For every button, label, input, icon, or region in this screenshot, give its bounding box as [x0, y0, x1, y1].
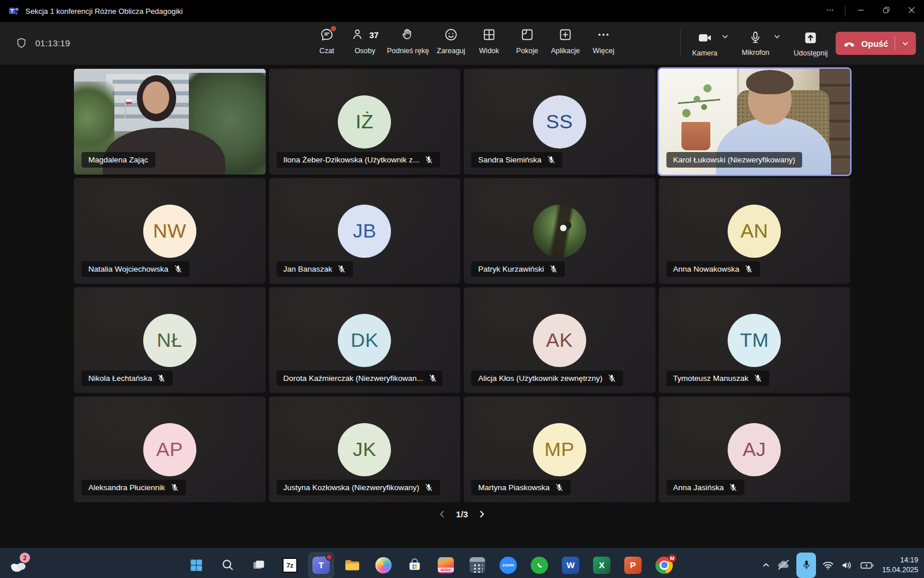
taskbar-app-start[interactable]: [184, 553, 209, 578]
participant-tile[interactable]: Magdalena Zając: [74, 69, 266, 175]
people-icon: [351, 27, 366, 44]
avatar-initials: JK: [353, 438, 377, 461]
mic-active-indicator[interactable]: [796, 553, 816, 578]
avatar: DK: [338, 314, 391, 367]
participant-tile[interactable]: JB Jan Banaszak: [269, 178, 461, 284]
avatar-initials: SS: [546, 110, 573, 133]
previous-page-chevron-icon[interactable]: [438, 510, 446, 518]
wifi-icon[interactable]: [821, 558, 835, 572]
toolbar-button-label: Podnieś rękę: [387, 47, 429, 55]
toolbar-button-pokoje[interactable]: Pokoje: [508, 26, 546, 56]
toolbar-button-label: Widok: [479, 47, 500, 55]
toolbar-button-aplikacje[interactable]: Aplikacje: [546, 26, 584, 56]
share-button[interactable]: Udostępnij: [793, 30, 828, 57]
window-title: Sekcja 1 konferencji Różne Oblicza Pedag…: [25, 7, 182, 16]
taskbar-app-excel[interactable]: X: [589, 553, 614, 578]
participant-name: Patryk Kurzawiński: [478, 265, 544, 273]
mic-off-icon: [549, 265, 558, 273]
mic-off-icon: [608, 374, 616, 383]
participant-tile[interactable]: IŻ Ilona Żeber-Dzikowska (Użytkownik z..…: [269, 69, 461, 175]
taskbar-app-explorer[interactable]: [340, 553, 365, 578]
participant-tile[interactable]: NW Natalia Wojciechowska: [74, 178, 266, 284]
mic-off-icon: [555, 483, 564, 492]
mic-options-chevron-icon[interactable]: [773, 33, 781, 40]
toolbar-button-label: Osoby: [355, 47, 375, 55]
participant-chip: Natalia Wojciechowska: [81, 261, 189, 277]
toolbar-button-label: Pokoje: [516, 47, 538, 55]
mic-off-icon: [729, 483, 737, 492]
toolbar-button-podnies-reke[interactable]: Podnieś rękę: [384, 26, 432, 56]
toolbar-button-widok[interactable]: Widok: [470, 26, 508, 56]
mic-button[interactable]: Mikrofon: [742, 30, 769, 57]
participant-chip: Jan Banaszak: [277, 261, 353, 277]
taskbar-app-search[interactable]: [215, 553, 240, 578]
minimize-button[interactable]: [848, 0, 873, 22]
taskbar-clock[interactable]: 14:19 15.04.2025: [882, 555, 918, 575]
titlebar-more-button[interactable]: [817, 0, 843, 22]
share-icon: [803, 30, 818, 46]
taskbar-app-zoom[interactable]: zoom: [495, 553, 521, 578]
mic-off-icon: [170, 483, 179, 492]
apps-icon: [558, 27, 573, 44]
page-indicator: 1/3: [456, 509, 468, 519]
hangup-phone-icon: [843, 37, 856, 50]
leave-options-chevron-icon[interactable]: [901, 40, 909, 47]
weather-badge: 2: [20, 553, 30, 563]
battery-icon[interactable]: [859, 558, 875, 572]
weather-widget[interactable]: 2: [8, 557, 29, 573]
taskbar-app-calculator[interactable]: [464, 553, 490, 578]
avatar-initials: DK: [351, 329, 378, 351]
participant-tile[interactable]: SS Sandra Siemińska: [464, 69, 655, 175]
mic-off-icon: [547, 155, 556, 164]
participant-tile[interactable]: AN Anna Nowakowska: [659, 178, 851, 284]
participant-name: Alicja Kłos (Użytkownik zewnętrzny): [478, 374, 602, 383]
onedrive-offline-icon[interactable]: [776, 557, 791, 573]
participant-chip: Karol Łukowski (Niezweryfikowany): [666, 152, 803, 168]
close-button[interactable]: [899, 0, 924, 22]
avatar-initials: JB: [353, 220, 377, 242]
leave-button[interactable]: Opuść: [836, 32, 916, 55]
participant-tile[interactable]: MP Martyna Piaskowska: [464, 397, 655, 502]
participant-name: Sandra Siemińska: [478, 155, 542, 164]
next-page-chevron-icon[interactable]: [478, 510, 486, 518]
taskbar-app-sevenzip[interactable]: 7z: [277, 553, 303, 578]
participant-tile[interactable]: NŁ Nikola Łechtańska: [74, 287, 266, 393]
camera-options-chevron-icon[interactable]: [721, 33, 729, 40]
taskbar-app-store[interactable]: [402, 553, 427, 578]
taskbar-app-word[interactable]: W: [558, 553, 583, 578]
participant-name: Aleksandra Płuciennik: [88, 483, 165, 492]
titlebar-divider: [845, 5, 845, 17]
tray-expand-chevron-icon[interactable]: [762, 561, 770, 569]
hand-icon: [400, 27, 415, 44]
teams-notification-dot: [326, 554, 333, 561]
participant-tile[interactable]: DK Dorota Kaźmierczak (Niezweryfikowan..…: [269, 287, 461, 393]
participant-tile[interactable]: AJ Anna Jasińska: [659, 397, 851, 502]
camera-button[interactable]: Kamera: [692, 30, 718, 57]
avatar: TM: [728, 314, 781, 367]
taskbar-app-chrome[interactable]: M: [651, 553, 677, 578]
participant-tile[interactable]: Karol Łukowski (Niezweryfikowany): [659, 69, 851, 175]
meeting-toolbar: 01:13:19 Czat 37 Osoby Podnieś rękę Zare…: [0, 22, 924, 65]
volume-icon[interactable]: [840, 558, 854, 572]
taskbar-app-candy[interactable]: BODA: [433, 553, 459, 578]
toolbar-button-osoby[interactable]: 37 Osoby: [346, 26, 384, 56]
restore-button[interactable]: [873, 0, 899, 22]
participant-tile[interactable]: TM Tymoteusz Manuszak: [659, 287, 851, 393]
taskbar-app-taskview[interactable]: [246, 553, 271, 578]
participant-chip: Magdalena Zając: [81, 152, 155, 168]
toolbar-button-zareaguj[interactable]: Zareaguj: [432, 26, 470, 56]
mic-off-icon: [429, 374, 437, 383]
participant-tile[interactable]: Patryk Kurzawiński: [464, 178, 655, 284]
shield-icon: [15, 37, 28, 50]
participant-chip: Dorota Kaźmierczak (Niezweryfikowan...: [277, 370, 443, 386]
toolbar-button-wiecej[interactable]: Więcej: [584, 26, 623, 56]
participant-tile[interactable]: AK Alicja Kłos (Użytkownik zewnętrzny): [464, 287, 655, 393]
taskbar-app-teams[interactable]: T: [308, 553, 334, 578]
participant-chip: Justyna Kozłowska (Niezweryfikowany): [277, 480, 441, 495]
participant-tile[interactable]: AP Aleksandra Płuciennik: [74, 397, 266, 502]
toolbar-button-czat[interactable]: Czat: [308, 26, 346, 56]
taskbar-app-whatsapp[interactable]: [527, 553, 552, 578]
participant-tile[interactable]: JK Justyna Kozłowska (Niezweryfikowany): [269, 397, 461, 502]
taskbar-app-powerpoint[interactable]: P: [620, 553, 646, 578]
taskbar-app-copilot[interactable]: [371, 553, 396, 578]
